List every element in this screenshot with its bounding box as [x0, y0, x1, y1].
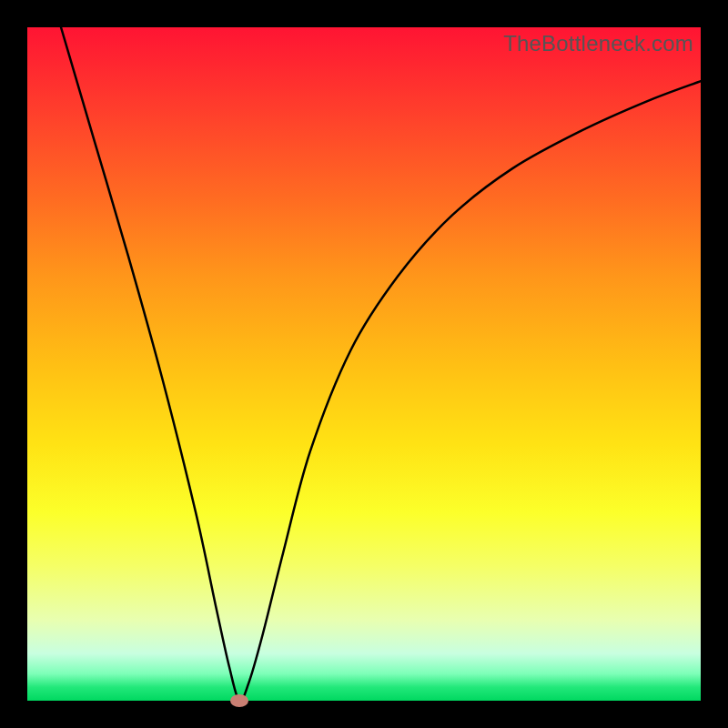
plot-area: TheBottleneck.com — [27, 27, 701, 701]
minimum-marker — [230, 694, 248, 707]
bottleneck-curve — [27, 27, 701, 701]
attribution-text: TheBottleneck.com — [503, 31, 693, 56]
chart-frame: TheBottleneck.com — [0, 0, 728, 728]
